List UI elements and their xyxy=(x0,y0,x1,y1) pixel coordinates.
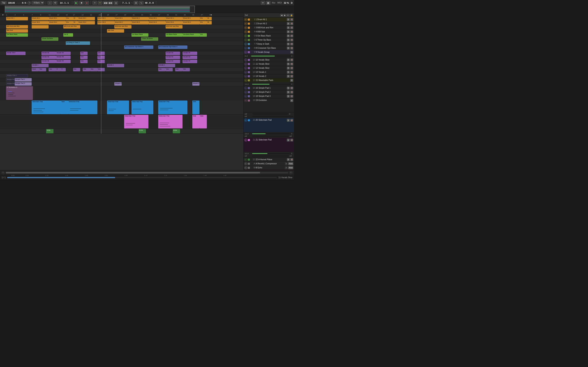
side-track-22[interactable]: ▶ 22 22 A Hornet Pillow S M xyxy=(243,158,294,162)
time-sig[interactable]: 4 / 4 xyxy=(21,2,27,4)
track-21-vol-bar[interactable] xyxy=(252,153,291,154)
clip-sp3-2[interactable]: Simple Pad 3 xyxy=(15,82,32,86)
tap-button[interactable]: Tap xyxy=(1,1,7,4)
clip-sp3-4[interactable]: Simple Pe xyxy=(192,82,200,86)
track-21-m[interactable]: M xyxy=(290,139,293,142)
clip-vs2-5[interactable]: Vocals Sli xyxy=(165,56,180,59)
track-9-vol-bar[interactable] xyxy=(251,56,291,57)
scroll-thumb[interactable] xyxy=(6,172,260,174)
clip-dk1-12[interactable]: Drum Kit 1 xyxy=(182,17,199,20)
clip-dk2-9[interactable]: Drum Kit 2 xyxy=(148,21,165,25)
clip-vs3-3[interactable]: Voc xyxy=(80,60,87,63)
track-12-s[interactable]: S xyxy=(287,67,290,69)
track-17-play[interactable]: ▶ xyxy=(244,91,247,94)
clip-808-3[interactable]: 808 Kick and Rim xyxy=(63,25,80,29)
track-3-s[interactable]: S xyxy=(287,26,290,29)
clip-v2-1[interactable]: Voce xyxy=(32,68,39,71)
track-18-m[interactable]: M xyxy=(290,95,293,98)
track-2-s[interactable]: S xyxy=(287,22,290,25)
clip-dk1-7[interactable]: Drum Kit 1 xyxy=(97,17,114,20)
clip-hornet-2[interactable]: A Ho xyxy=(139,129,146,133)
track-16-play[interactable]: ▶ xyxy=(244,87,247,90)
side-track-16[interactable]: ▶ 16 16 Simple Pad 1 S M xyxy=(243,86,294,90)
side-track-6[interactable]: ▶ 6 6 Three Op Bass S M xyxy=(243,38,294,42)
track-A-post[interactable]: Post xyxy=(288,162,293,165)
track-2-play[interactable]: ▶ xyxy=(244,22,247,25)
bpm-display[interactable]: 100.00 xyxy=(7,2,16,4)
clip-vs2-4[interactable]: Voc xyxy=(97,56,105,59)
clip-dk2-11[interactable]: Drum Kit 2 xyxy=(182,21,199,25)
clip-dk2-10[interactable]: Drum Kit 2 xyxy=(165,21,182,25)
lock-btn[interactable]: 🔒 xyxy=(290,14,293,17)
clip-sc1-5[interactable]: Sidechain Pad xyxy=(131,100,153,114)
track-19-play[interactable]: ▶ xyxy=(244,99,247,102)
clip-vs1-1[interactable]: Vocals Slice xyxy=(6,52,26,55)
side-track-12[interactable]: ▶ 12 12 Vocals Slice S M xyxy=(243,66,294,70)
bottom-circle-1[interactable]: ● xyxy=(2,171,4,174)
clip-dk1-5[interactable]: Dr xyxy=(73,17,78,20)
track-3-play[interactable]: ▶ xyxy=(244,26,247,29)
track-21-play[interactable]: ▶ xyxy=(244,139,247,142)
track-10-m[interactable]: M xyxy=(290,58,293,61)
track-1-s[interactable]: S xyxy=(287,18,290,21)
bottom-circle-2[interactable]: ● xyxy=(290,171,292,174)
clip-v2-8[interactable]: Voc xyxy=(90,68,97,71)
track-1-m[interactable]: M xyxy=(290,18,293,21)
clip-sc1-4[interactable]: Sidechain Pad xyxy=(107,100,129,114)
clip-dk1-10[interactable]: Drum Kit 1 xyxy=(148,17,165,20)
track-22-s[interactable]: S xyxy=(287,158,290,161)
clip-dk2-4[interactable]: Dr xyxy=(73,21,78,25)
clip-cross-1[interactable]: 26-Crossover Syn Bass 4 xyxy=(124,45,153,49)
clip-v1-3[interactable]: Vocals 1 xyxy=(158,64,175,67)
side-track-3[interactable]: ▶ 3 3 808 Kick and Rim S M xyxy=(243,26,294,30)
clip-cross-2[interactable]: 26-Crossover Syn Bass 4 xyxy=(158,45,187,49)
track-14-play[interactable]: ▶ xyxy=(244,75,247,78)
track-17-m[interactable]: M xyxy=(290,91,293,94)
clip-dk2-6[interactable]: Drum Kit 2 xyxy=(97,21,114,25)
side-track-14[interactable]: ▶ 14 14 Vocals 2 S M xyxy=(243,74,294,78)
clip-oxi-4[interactable]: Oxi Bass Rack xyxy=(165,33,182,37)
track-4-m[interactable]: M xyxy=(290,30,293,33)
clip-oxi-2[interactable]: Oxi B xyxy=(63,33,73,37)
clip-vs2-2[interactable]: Vocals Sli xyxy=(56,56,71,59)
track-A-play[interactable]: ▶ xyxy=(244,162,247,165)
clip-vs1-2[interactable]: Vocals Sli xyxy=(42,52,56,55)
metronome-icon[interactable]: ◉ xyxy=(27,1,31,4)
clip-v2-7[interactable]: Voc xyxy=(83,68,90,71)
nav-prev-btn[interactable]: ◀ xyxy=(280,14,283,17)
track-3-m[interactable]: M xyxy=(290,26,293,29)
track-6-play[interactable]: ▶ xyxy=(244,39,247,42)
track-13-m[interactable]: M xyxy=(290,71,293,74)
track-18-s[interactable]: S xyxy=(287,95,290,98)
side-track-2[interactable]: ▶ 2 2 Drum Kit 2 S M xyxy=(243,22,294,26)
clip-dk1-14[interactable]: Dr xyxy=(207,17,212,20)
clip-vs1-5[interactable]: Voc xyxy=(97,52,105,55)
track-B-post[interactable]: Post xyxy=(288,166,293,169)
clip-808-2[interactable] xyxy=(32,25,49,29)
clip-dk1-9[interactable]: Drum Kit 1 xyxy=(131,17,148,20)
loop-start[interactable]: 7 . 1 . 1 xyxy=(122,2,130,4)
side-track-master[interactable]: ▶ M Master 6.0 xyxy=(243,170,294,170)
clip-oxi-1[interactable]: Oxi Bass Rack xyxy=(6,33,28,37)
track-B-play[interactable]: ▶ xyxy=(244,166,247,169)
track-6-s[interactable]: S xyxy=(287,39,290,42)
clip-sc1-3[interactable]: Sidechain Pad xyxy=(68,100,97,114)
pencil-small-btn[interactable]: ✏ xyxy=(287,14,290,17)
clip-vs1-4[interactable]: Voc xyxy=(80,52,87,55)
clip-3op-1[interactable]: Three Op Bass xyxy=(42,37,58,41)
track-11-s[interactable]: S xyxy=(287,63,290,66)
track-8-s[interactable]: S xyxy=(287,47,290,50)
clip-sc1-1[interactable]: Sidechain Pad xyxy=(32,100,61,114)
clip-dk2-2[interactable]: Drum Kit 2 xyxy=(49,21,66,25)
pencil-icon[interactable]: ✏ xyxy=(261,1,265,5)
track-5-s[interactable]: S xyxy=(287,34,290,37)
loop-button[interactable]: ⟲ xyxy=(53,1,57,5)
side-track-21[interactable]: ▶ 21 21 Sidechain Pad S M xyxy=(243,138,294,152)
track-8-play[interactable]: ▶ xyxy=(244,47,247,50)
nav-left[interactable]: ◀◀ xyxy=(103,1,108,5)
clip-oxi-3[interactable]: Oxi Bass Rack xyxy=(131,33,148,37)
clip-sub-2[interactable]: 808 Sub xyxy=(107,29,124,33)
side-track-15[interactable]: ▶ 15 15 Wavetable Pads S xyxy=(243,78,294,82)
track-19-s[interactable]: S xyxy=(290,99,293,102)
clip-dk2-1[interactable]: Drum Kit 2 xyxy=(32,21,49,25)
